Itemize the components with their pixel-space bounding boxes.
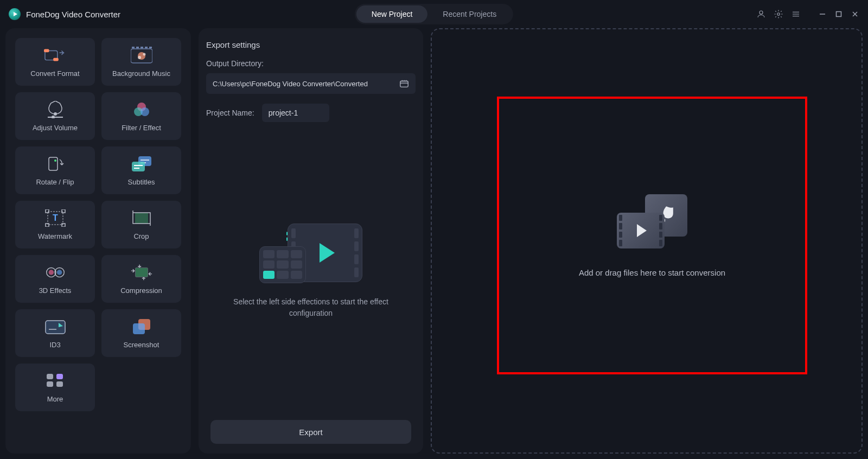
svg-rect-54 (47, 381, 53, 387)
dropzone-highlight: Add or drag files here to start conversi… (497, 97, 807, 374)
app-logo-icon (9, 8, 21, 20)
tool-label: Watermark (38, 232, 72, 240)
minimize-button[interactable] (818, 10, 827, 18)
svg-rect-10 (44, 49, 49, 52)
tool-label: Background Music (112, 69, 170, 78)
tool-watermark[interactable]: T Watermark (15, 201, 95, 248)
tool-label: Filter / Effect (122, 124, 161, 132)
svg-rect-30 (141, 160, 149, 161)
project-name-input[interactable] (269, 109, 323, 117)
tool-label: ID3 (49, 341, 60, 349)
tab-new-project[interactable]: New Project (356, 5, 427, 23)
svg-point-28 (54, 160, 56, 162)
watermark-icon: T (44, 209, 67, 227)
svg-point-44 (48, 270, 54, 275)
export-settings-panel: Export settings Output Directory: Projec… (199, 28, 423, 454)
center-hint: Select the left side effections to start… (229, 296, 392, 319)
svg-rect-11 (53, 58, 59, 61)
dropzone-text: Add or drag files here to start conversi… (579, 268, 725, 277)
account-icon[interactable] (756, 9, 766, 19)
3d-effects-icon (44, 264, 67, 281)
window-controls (818, 10, 859, 18)
tool-label: Screenshot (124, 341, 159, 349)
svg-point-21 (54, 112, 57, 116)
filter-effect-icon (130, 101, 153, 118)
tool-label: Compression (120, 286, 162, 295)
tool-rotate-flip[interactable]: Rotate / Flip (15, 146, 95, 194)
svg-rect-48 (46, 321, 65, 334)
effect-illustration (259, 224, 362, 283)
tool-label: Crop (133, 232, 149, 240)
svg-point-0 (760, 11, 763, 14)
svg-point-23 (52, 116, 55, 118)
output-directory-input-row (206, 73, 416, 94)
tool-adjust-volume[interactable]: Adjust Volume (15, 92, 95, 140)
titlebar: FoneDog Video Converter New Project Rece… (0, 0, 868, 28)
tool-more[interactable]: More (15, 364, 95, 411)
tool-subtitles[interactable]: Subtitles (101, 146, 181, 194)
tool-background-music[interactable]: Background Music (101, 38, 181, 86)
svg-rect-46 (135, 267, 148, 277)
svg-rect-27 (49, 157, 58, 170)
tool-3d-effects[interactable]: 3D Effects (15, 255, 95, 303)
app-title: FoneDog Video Converter (26, 10, 120, 19)
tool-label: Adjust Volume (33, 124, 78, 132)
svg-rect-34 (134, 168, 139, 169)
svg-rect-19 (145, 47, 148, 48)
rotate-flip-icon (44, 155, 67, 173)
output-directory-input[interactable] (213, 80, 395, 88)
settings-icon[interactable] (774, 9, 783, 19)
tool-label: Subtitles (128, 178, 155, 186)
compression-icon (130, 264, 153, 281)
close-button[interactable] (851, 10, 859, 18)
tool-label: Convert Format (30, 69, 79, 78)
project-name-label: Project Name: (206, 109, 254, 117)
menu-icon[interactable] (791, 9, 801, 19)
svg-rect-38 (46, 224, 49, 227)
svg-point-26 (141, 107, 149, 116)
background-music-icon (130, 47, 153, 64)
svg-rect-32 (132, 162, 145, 171)
dropzone-panel[interactable]: Add or drag files here to start conversi… (431, 28, 863, 454)
video-file-icon (617, 213, 665, 248)
project-name-row: Project Name: (206, 104, 416, 122)
center-body: Select the left side effections to start… (206, 122, 416, 420)
tool-id3[interactable]: ID3 (15, 309, 95, 357)
svg-text:T: T (53, 213, 58, 222)
svg-rect-33 (134, 165, 143, 166)
svg-rect-53 (56, 374, 63, 379)
tool-label: More (47, 395, 63, 403)
svg-point-45 (56, 270, 62, 275)
export-settings-title: Export settings (206, 40, 416, 49)
svg-rect-52 (47, 374, 53, 379)
browse-folder-icon[interactable] (399, 79, 409, 88)
tool-grid: Convert Format Background Music Adjust V… (15, 38, 181, 411)
svg-rect-36 (46, 209, 49, 213)
svg-rect-20 (149, 47, 152, 48)
svg-rect-17 (136, 47, 139, 48)
tool-label: 3D Effects (39, 286, 72, 295)
tools-sidebar: Convert Format Background Music Adjust V… (5, 28, 191, 454)
tool-compression[interactable]: Compression (101, 255, 181, 303)
id3-icon (44, 318, 67, 335)
tool-label: Rotate / Flip (36, 178, 74, 186)
dropzone-illustration (617, 194, 687, 248)
subtitles-icon (130, 155, 153, 173)
tool-screenshot[interactable]: Screenshot (101, 309, 181, 357)
svg-rect-16 (132, 47, 135, 48)
titlebar-tabs: New Project Recent Projects (355, 4, 513, 24)
svg-rect-41 (135, 213, 148, 224)
tab-recent-projects[interactable]: Recent Projects (427, 5, 512, 23)
crop-icon (130, 209, 153, 227)
maximize-button[interactable] (834, 10, 843, 18)
svg-rect-18 (141, 47, 143, 48)
svg-point-1 (777, 13, 780, 16)
svg-point-15 (143, 53, 145, 55)
tool-crop[interactable]: Crop (101, 201, 181, 248)
tool-convert-format[interactable]: Convert Format (15, 38, 95, 86)
svg-rect-51 (133, 323, 145, 334)
export-button[interactable]: Export (210, 420, 411, 444)
output-directory-label: Output Directory: (206, 59, 416, 68)
tool-filter-effect[interactable]: Filter / Effect (101, 92, 181, 140)
convert-format-icon (44, 47, 67, 64)
